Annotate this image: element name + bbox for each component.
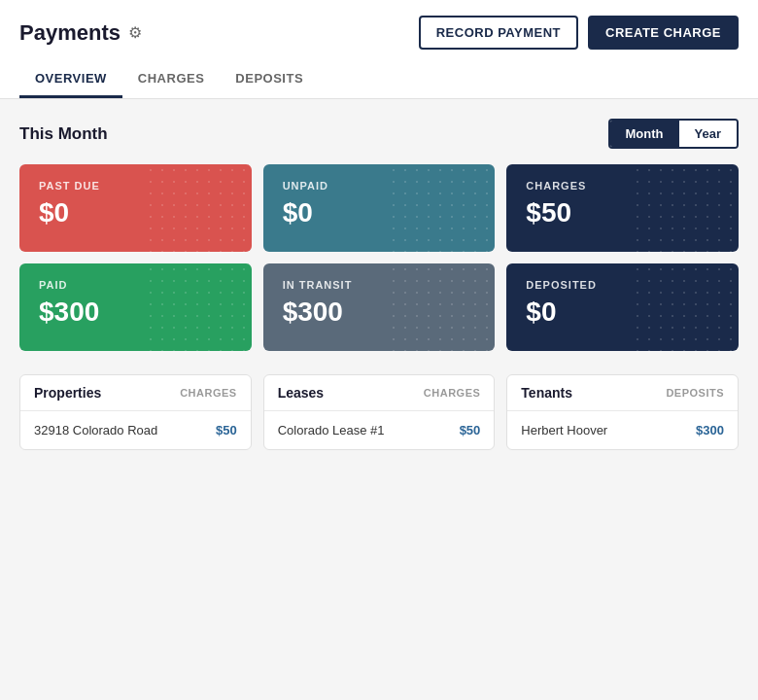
leases-table: Leases CHARGES Colorado Lease #1 $50 xyxy=(263,374,496,450)
card-dots-decoration xyxy=(145,164,252,252)
nav-tabs: OVERVIEW CHARGES DEPOSITS xyxy=(19,61,739,98)
header: Payments ⚙ RECORD PAYMENT CREATE CHARGE … xyxy=(0,0,758,99)
month-toggle-button[interactable]: Month xyxy=(610,121,679,147)
year-toggle-button[interactable]: Year xyxy=(679,121,737,147)
tables-grid: Properties CHARGES 32918 Colorado Road $… xyxy=(19,374,739,450)
section-title: This Month xyxy=(19,124,108,144)
properties-col-label: CHARGES xyxy=(180,387,237,399)
tenants-table-header: Tenants DEPOSITS xyxy=(507,375,738,411)
card-dots-decoration xyxy=(632,263,739,351)
property-value[interactable]: $50 xyxy=(216,423,237,438)
tenants-col-label: DEPOSITS xyxy=(666,387,724,399)
create-charge-button[interactable]: CREATE CHARGE xyxy=(588,16,739,50)
properties-title: Properties xyxy=(34,385,101,401)
property-name: 32918 Colorado Road xyxy=(34,423,157,438)
page-title: Payments xyxy=(19,20,121,46)
card-dots-decoration xyxy=(632,164,739,252)
table-row: 32918 Colorado Road $50 xyxy=(20,411,251,449)
gear-icon[interactable]: ⚙ xyxy=(128,23,142,42)
cards-grid: PAST DUE $0 UNPAID $0 CHARGES $50 PAID $… xyxy=(19,164,739,351)
lease-value[interactable]: $50 xyxy=(460,423,481,438)
header-actions: RECORD PAYMENT CREATE CHARGE xyxy=(419,16,739,50)
main-content: This Month Month Year PAST DUE $0 UNPAID… xyxy=(0,99,758,470)
period-toggle: Month Year xyxy=(608,119,739,149)
tenant-value[interactable]: $300 xyxy=(696,423,724,438)
header-top: Payments ⚙ RECORD PAYMENT CREATE CHARGE xyxy=(19,16,739,50)
card-dots-decoration xyxy=(388,263,495,351)
table-row: Colorado Lease #1 $50 xyxy=(264,411,495,449)
leases-title: Leases xyxy=(278,385,324,401)
deposited-card: DEPOSITED $0 xyxy=(506,263,739,351)
table-row: Herbert Hoover $300 xyxy=(507,411,738,449)
title-group: Payments ⚙ xyxy=(19,20,142,46)
record-payment-button[interactable]: RECORD PAYMENT xyxy=(419,16,578,50)
section-header: This Month Month Year xyxy=(19,119,739,149)
tab-charges[interactable]: CHARGES xyxy=(122,61,221,98)
properties-table-header: Properties CHARGES xyxy=(20,375,251,411)
unpaid-card: UNPAID $0 xyxy=(263,164,496,252)
lease-name: Colorado Lease #1 xyxy=(278,423,385,438)
properties-table: Properties CHARGES 32918 Colorado Road $… xyxy=(19,374,252,450)
tenant-name: Herbert Hoover xyxy=(521,423,607,438)
charges-card: CHARGES $50 xyxy=(506,164,739,252)
in-transit-card: IN TRANSIT $300 xyxy=(263,263,496,351)
card-dots-decoration xyxy=(388,164,495,252)
tab-overview[interactable]: OVERVIEW xyxy=(19,61,122,98)
past-due-card: PAST DUE $0 xyxy=(19,164,252,252)
leases-col-label: CHARGES xyxy=(424,387,481,399)
tab-deposits[interactable]: DEPOSITS xyxy=(220,61,319,98)
tenants-table: Tenants DEPOSITS Herbert Hoover $300 xyxy=(506,374,739,450)
card-dots-decoration xyxy=(145,263,252,351)
leases-table-header: Leases CHARGES xyxy=(264,375,495,411)
tenants-title: Tenants xyxy=(521,385,572,401)
paid-card: PAID $300 xyxy=(19,263,252,351)
